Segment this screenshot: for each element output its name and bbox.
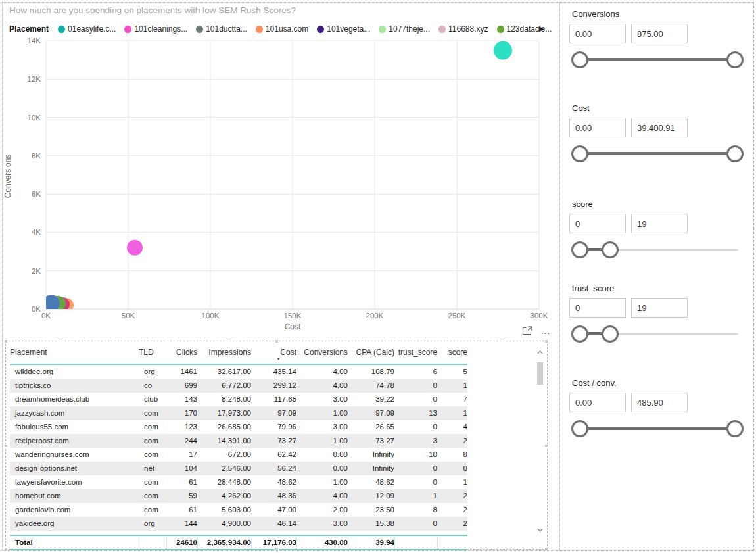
table-header-cell[interactable]: score bbox=[437, 345, 467, 364]
table-row[interactable]: wanderingnurses.comcom17672.0062.420.00I… bbox=[10, 448, 467, 462]
scrollbar-up-icon[interactable] bbox=[535, 348, 545, 357]
visual-resize-handle[interactable] bbox=[275, 339, 279, 343]
legend-item[interactable]: 01easylife.c... bbox=[58, 24, 116, 34]
slider-selected-range[interactable] bbox=[580, 427, 735, 430]
visual-resize-handle[interactable] bbox=[544, 547, 548, 551]
slider-handle-max[interactable] bbox=[726, 145, 744, 162]
slider-selected-range[interactable] bbox=[580, 152, 735, 155]
slicer-range-slider bbox=[572, 324, 744, 344]
scrollbar-thumb[interactable] bbox=[537, 362, 543, 385]
table-row[interactable]: yakidee.orgorg1444,900.0046.143.0015.380… bbox=[10, 517, 467, 531]
slider-handle-min[interactable] bbox=[571, 145, 588, 162]
slicer-min-input[interactable] bbox=[569, 298, 626, 318]
visual-resize-handle[interactable] bbox=[275, 547, 279, 551]
slider-track[interactable] bbox=[610, 249, 738, 251]
table-cell: 0.00 bbox=[296, 462, 348, 475]
visual-resize-handle[interactable] bbox=[4, 547, 8, 551]
table-cell: 5 bbox=[437, 365, 467, 379]
table-header-cell[interactable]: Placement bbox=[10, 345, 139, 364]
table-scrollbar[interactable] bbox=[535, 348, 545, 535]
table-row[interactable]: gardenlovin.comcom615,603.0047.002.0023.… bbox=[10, 503, 467, 517]
table-cell: 14,391.00 bbox=[197, 434, 251, 448]
table-cell: 2 bbox=[437, 489, 467, 503]
slider-handle-min[interactable] bbox=[571, 420, 588, 437]
table-total-row: Total246102,365,934.0017,176.03430.0039.… bbox=[10, 535, 467, 550]
table-cell: 0 bbox=[437, 462, 467, 475]
slicer-max-input[interactable] bbox=[631, 298, 688, 318]
legend-next-icon[interactable]: ▶ bbox=[539, 24, 544, 33]
table-row[interactable]: reciperoost.comcom24414,391.0073.271.007… bbox=[10, 434, 467, 448]
slider-handle-max[interactable] bbox=[726, 51, 744, 68]
slicer-max-input[interactable] bbox=[631, 214, 688, 233]
table-header-cell[interactable]: trust_score bbox=[394, 345, 437, 364]
table-header-cell[interactable]: Cost▼ bbox=[251, 345, 296, 364]
slicer-min-input[interactable] bbox=[569, 393, 626, 412]
scrollbar-down-icon[interactable] bbox=[535, 525, 545, 535]
table-header-cell[interactable]: TLD bbox=[139, 345, 166, 364]
slicer-score: score bbox=[564, 199, 752, 272]
powerbi-report-canvas: How much are you spending on placements … bbox=[0, 0, 756, 553]
slicer-max-input[interactable] bbox=[631, 24, 688, 43]
table-row[interactable]: design-options.netnet1042,546.0056.240.0… bbox=[10, 462, 467, 475]
table-row[interactable]: jazzycash.comcom17017,973.0097.091.0097.… bbox=[10, 406, 467, 420]
table-cell: 4.00 bbox=[296, 365, 348, 379]
slicer-max-input[interactable] bbox=[631, 393, 688, 412]
table-cell: dreamhomeideas.club bbox=[10, 393, 139, 406]
table-cell: 0 bbox=[394, 379, 437, 393]
more-options-icon[interactable]: … bbox=[540, 327, 551, 334]
scatter-point[interactable] bbox=[494, 41, 512, 60]
slider-selected-range[interactable] bbox=[580, 58, 735, 61]
table-row[interactable]: tiptricks.coco6996,772.00299.124.0074.78… bbox=[10, 379, 467, 393]
table-header-cell[interactable]: CPA (Calc) bbox=[348, 345, 394, 364]
table-cell: 97.09 bbox=[348, 406, 394, 420]
slicer-min-input[interactable] bbox=[569, 118, 626, 137]
visual-resize-handle[interactable] bbox=[544, 339, 548, 343]
slicer-max-input[interactable] bbox=[631, 118, 688, 137]
slider-handle-min[interactable] bbox=[571, 241, 588, 258]
slicer-min-input[interactable] bbox=[569, 214, 626, 233]
legend-item[interactable]: 1077theje... bbox=[379, 24, 430, 34]
legend-item-label: 01easylife.c... bbox=[68, 24, 116, 34]
table-cell: 26,685.00 bbox=[197, 420, 251, 434]
slider-handle-min[interactable] bbox=[571, 51, 588, 68]
table-total-cell: 2,365,934.00 bbox=[197, 536, 251, 549]
slider-handle-max[interactable] bbox=[602, 325, 619, 343]
table-cell: 1 bbox=[437, 406, 467, 420]
visual-resize-handle[interactable] bbox=[4, 444, 8, 448]
table-row[interactable]: dreamhomeideas.clubclub1438,248.00117.65… bbox=[10, 393, 467, 406]
legend-item[interactable]: 101ductta... bbox=[196, 24, 247, 34]
table-cell: 56.24 bbox=[251, 462, 296, 475]
visual-resize-handle[interactable] bbox=[544, 444, 548, 448]
table-total-cell bbox=[394, 536, 437, 549]
slider-handle-max[interactable] bbox=[602, 241, 619, 258]
scatter-point[interactable] bbox=[127, 240, 143, 256]
table-cell: 48.62 bbox=[348, 475, 394, 489]
table-row[interactable]: wikidee.orgorg146132,617.00435.144.00108… bbox=[10, 365, 467, 379]
slicer-label: Cost / conv. bbox=[564, 378, 752, 388]
table-cell: 46.14 bbox=[251, 517, 296, 531]
table-row[interactable]: fabulous55.comcom12326,685.0079.963.0026… bbox=[10, 420, 467, 434]
table-row[interactable]: lawyersfavorite.comcom6128,448.0048.621.… bbox=[10, 475, 467, 489]
y-axis-tick-label: 0K bbox=[32, 305, 41, 313]
legend-item[interactable]: 101cleanings... bbox=[124, 24, 187, 34]
legend-item[interactable]: 101usa.com bbox=[256, 24, 308, 34]
legend-dot-icon bbox=[497, 26, 504, 33]
table-header-cell[interactable]: Impressions bbox=[197, 345, 251, 364]
table-cell: 1461 bbox=[166, 365, 197, 379]
focus-mode-icon[interactable] bbox=[522, 326, 532, 335]
table-header-cell[interactable]: Conversions bbox=[296, 345, 348, 364]
y-axis-tick-label: 14K bbox=[28, 37, 41, 45]
column-header-label: TLD bbox=[139, 348, 154, 357]
visual-selection-border bbox=[559, 2, 560, 551]
slider-track[interactable] bbox=[610, 333, 738, 335]
table-cell: Infinity bbox=[348, 462, 394, 475]
table-row[interactable]: homebut.comcom594,262.0048.364.0012.0912 bbox=[10, 489, 467, 503]
slicer-min-input[interactable] bbox=[569, 24, 626, 43]
legend-item[interactable]: 116688.xyz bbox=[438, 24, 488, 34]
slider-handle-max[interactable] bbox=[726, 420, 744, 437]
slider-handle-min[interactable] bbox=[571, 325, 588, 343]
legend-item[interactable]: 101vegeta... bbox=[317, 24, 370, 34]
table-header-cell[interactable]: Clicks bbox=[166, 345, 197, 364]
table-cell: 62.42 bbox=[251, 448, 296, 462]
visual-resize-handle[interactable] bbox=[4, 339, 8, 343]
